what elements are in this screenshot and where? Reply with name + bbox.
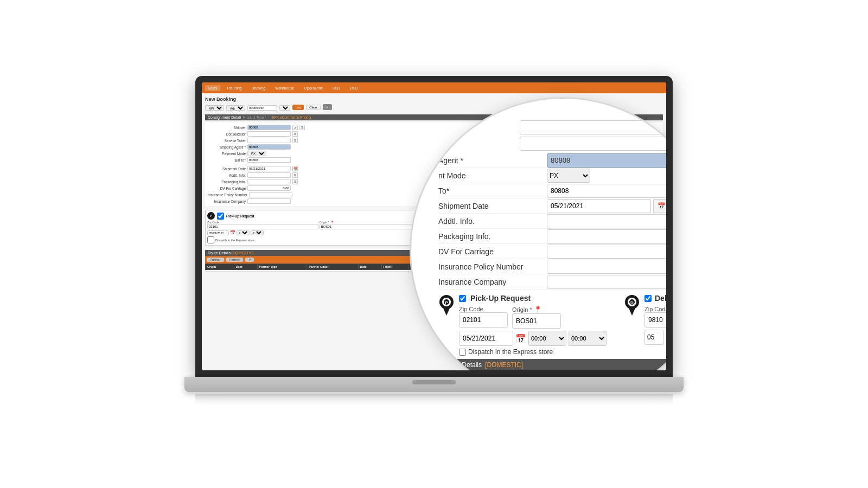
insurance-policy-input[interactable]	[249, 192, 292, 197]
bill-to-input[interactable]	[247, 157, 291, 163]
z-packaging-info-label: Packaging Info.	[438, 232, 547, 241]
pickup-cal-btn[interactable]: 📅	[230, 230, 235, 235]
z-delivery-zip-input[interactable]	[644, 312, 666, 328]
consolidator-list-btn[interactable]: ≡	[292, 131, 298, 137]
product-type-sep: *	[269, 116, 270, 119]
insurance-company-input[interactable]	[247, 198, 291, 204]
scene: Sales Planning Booking Warehouse Operati…	[0, 0, 868, 488]
z-origin-field: Origin * 📍	[512, 306, 561, 329]
pickup-time2-select[interactable]: 00:00	[251, 230, 264, 235]
pickup-time1-select[interactable]: 00:00	[237, 230, 250, 235]
z-shipment-date-label: Shipment Date	[438, 202, 547, 210]
close-button[interactable]: ✕	[323, 104, 332, 110]
pickup-zip-input[interactable]	[207, 224, 318, 229]
col-partner-code: Partner Code	[307, 264, 358, 270]
add-select[interactable]: Add	[226, 105, 245, 111]
z-pickup-checkbox[interactable]	[459, 295, 466, 302]
z-dv-input[interactable]	[547, 245, 666, 259]
z-origin-pin-icon: 📍	[534, 306, 542, 313]
shipper-list-btn[interactable]: ≡	[299, 125, 305, 130]
z-delivery-date-input[interactable]	[644, 330, 663, 345]
z-agent-label: Agent *	[438, 156, 547, 165]
z-cal-btn[interactable]: 📅	[653, 199, 666, 213]
z-pickup-label: Pick-Up Request	[470, 294, 531, 303]
addtl-info-input[interactable]	[247, 172, 291, 178]
z-pickup-time2[interactable]: 00:00	[569, 331, 607, 346]
nav-planning[interactable]: Planning	[225, 85, 245, 91]
type-select[interactable]: AWB	[205, 105, 224, 111]
zoom-top-input-1[interactable]	[520, 120, 666, 134]
nav-sales[interactable]: Sales	[205, 85, 220, 91]
payment-mode-label: Payment Mode	[208, 152, 246, 156]
consolidator-input[interactable]	[247, 131, 291, 137]
z-addtl-info-input[interactable]	[547, 214, 666, 228]
z-shipment-date-row: Shipment Date 📅 ≡	[438, 198, 666, 214]
z-delivery-pin-svg: D	[624, 295, 640, 316]
col-origin: Origin	[206, 264, 234, 270]
laptop-base	[184, 377, 684, 392]
z-dispatch-checkbox[interactable]	[459, 349, 466, 356]
z-origin-label: Origin * 📍	[512, 306, 561, 313]
nav-uld[interactable]: ULD	[330, 85, 343, 91]
z-pickup-card: P Pick-Up Request	[438, 294, 617, 356]
z-insurance-policy-input[interactable]	[547, 260, 666, 274]
shipment-date-cal-btn[interactable]: 📅	[292, 166, 298, 171]
shipping-agent-input[interactable]	[247, 144, 291, 150]
shipper-input[interactable]: 80808	[247, 125, 291, 130]
shipment-date-input[interactable]	[247, 166, 291, 171]
z-shipment-date-input[interactable]	[547, 199, 651, 213]
packaging-info-list-btn[interactable]: ≡	[292, 179, 298, 184]
product-type-value: EPK-eCommerce Priority	[272, 115, 311, 119]
zoom-top-input-2[interactable]	[520, 137, 666, 151]
z-payment-select[interactable]: PX	[547, 169, 590, 183]
service-taker-list-btn[interactable]: ≡	[292, 138, 298, 143]
z-pickup-time1[interactable]: 00:00	[528, 331, 566, 346]
clear-button[interactable]: Clear	[306, 105, 320, 110]
col-flight: Flight	[381, 264, 409, 270]
nav-warehouse[interactable]: Warehouse	[272, 85, 297, 91]
z-route-tag: [DOMESTIC]	[485, 361, 523, 369]
z-addtl-info-row: Addtl. Info. ≡	[438, 214, 666, 229]
shipper-label: Shipper	[208, 126, 246, 130]
pickup-checkbox[interactable]	[217, 213, 224, 220]
z-delivery-card: D Deliver	[624, 294, 666, 345]
z-insurance-company-input[interactable]	[547, 275, 666, 289]
shipper-icon-btn[interactable]: ✓	[292, 125, 298, 130]
packaging-info-input[interactable]	[247, 179, 291, 184]
z-origin-input[interactable]	[512, 313, 561, 329]
svg-marker-4	[443, 307, 450, 316]
nav-bar: Sales Planning Booking Warehouse Operati…	[202, 82, 666, 93]
z-pickup-datetime: 📅 00:00 00:00	[459, 331, 617, 346]
nav-operations[interactable]: Operations	[302, 85, 326, 91]
pickup-section: P Pick-Up Request Zip Code	[205, 210, 432, 246]
nav-ddd[interactable]: DDD	[347, 85, 361, 91]
nav-booking[interactable]: Booking	[249, 85, 268, 91]
z-packaging-info-input[interactable]	[547, 229, 666, 243]
dv-carriage-input[interactable]	[247, 185, 291, 191]
service-taker-input[interactable]	[247, 138, 291, 143]
col-partner-type: Partner Type	[257, 264, 307, 270]
z-pickup-date-input[interactable]	[459, 331, 513, 346]
z-dispatch-label: Dispatch in the Express store	[468, 348, 553, 356]
partner-btn-1[interactable]: Partner	[207, 258, 224, 262]
screen: Sales Planning Booking Warehouse Operati…	[202, 82, 666, 370]
z-delivery-checkbox[interactable]	[644, 295, 652, 302]
z-pickup-cal-btn[interactable]: 📅	[515, 333, 526, 344]
z-zip-input[interactable]	[459, 312, 508, 328]
pickup-date-input[interactable]	[207, 230, 229, 235]
payment-mode-select[interactable]: PX	[247, 151, 266, 156]
dispatch-checkbox[interactable]	[207, 236, 214, 243]
service-taker-label: Service Taker	[208, 139, 246, 143]
z-insurance-policy-label: Insurance Policy Number	[438, 262, 547, 271]
z-bill-to-label: To*	[438, 187, 547, 195]
partner-btn-2[interactable]: Partner	[226, 258, 244, 262]
z-bill-to-input[interactable]	[547, 184, 666, 198]
num-select[interactable]: 00	[279, 105, 290, 111]
awb-input[interactable]	[247, 105, 277, 111]
partner-btn-3[interactable]: P	[245, 258, 254, 262]
z-delivery-zip-label: Zip Code	[644, 306, 666, 312]
list-button[interactable]: List	[292, 105, 304, 110]
insurance-policy-label: Insurance Policy Number	[208, 193, 247, 197]
z-pickup-zip-origin: Zip Code Origin * 📍	[459, 306, 617, 329]
addtl-info-list-btn[interactable]: ≡	[292, 172, 298, 178]
